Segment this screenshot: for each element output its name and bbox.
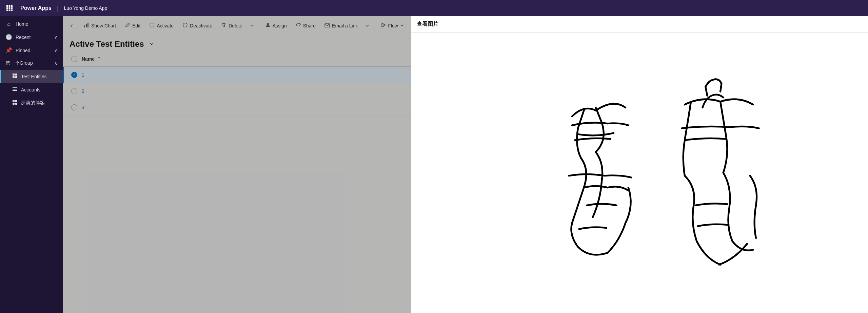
sidebar-item-home[interactable]: ⌂ Home: [0, 18, 63, 30]
pin-icon: 📌: [5, 47, 12, 54]
home-icon: ⌂: [5, 21, 12, 27]
sidebar-home-label: Home: [16, 21, 28, 27]
svg-rect-7: [9, 9, 11, 11]
svg-rect-4: [9, 7, 11, 9]
sidebar-group-first[interactable]: 第一个Group ∧: [0, 57, 63, 70]
name-col-label: Name: [82, 56, 95, 62]
test-entities-icon: [12, 73, 18, 80]
page-title: Active Test Entities: [70, 39, 144, 49]
svg-rect-18: [13, 103, 15, 105]
row-1-check-icon: ✓: [71, 72, 77, 78]
svg-point-23: [183, 23, 187, 27]
table-header: Name: [63, 51, 411, 67]
flow-label: Flow: [388, 23, 398, 28]
more-dropdown-1[interactable]: [247, 20, 257, 32]
edit-button[interactable]: Edit: [121, 20, 144, 32]
svg-rect-17: [15, 100, 17, 102]
row-1-checkbox[interactable]: ✓: [70, 70, 79, 80]
app-header: Power Apps | Luo Yong Demo App: [0, 0, 868, 16]
row-1-name[interactable]: 1: [82, 72, 84, 78]
content-area: Show Chart Edit Activate: [63, 16, 411, 313]
sidebar: ⌂ Home 🕐 Recent ∨ 📌 Pinned ∨ 第一个Group ∧ …: [0, 16, 63, 313]
more-dropdown-2[interactable]: [362, 20, 372, 32]
svg-rect-9: [13, 74, 15, 76]
assign-label: Assign: [273, 23, 287, 28]
row-3-name[interactable]: 3: [82, 105, 84, 110]
sidebar-item-recent[interactable]: 🕐 Recent ∨: [0, 30, 63, 44]
show-chart-icon: [84, 22, 89, 29]
assign-icon: [265, 22, 271, 29]
svg-point-28: [381, 26, 382, 27]
deactivate-button[interactable]: Deactivate: [178, 20, 216, 32]
svg-rect-21: [86, 24, 87, 27]
delete-button[interactable]: Delete: [217, 20, 246, 32]
waffle-icon[interactable]: [4, 3, 15, 14]
email-link-label: Email a Link: [332, 23, 358, 28]
back-button[interactable]: [65, 20, 78, 32]
sidebar-item-accounts[interactable]: Accounts: [0, 83, 63, 96]
right-panel-title: 查看图片: [417, 21, 868, 28]
show-chart-label: Show Chart: [91, 23, 116, 28]
row-3-checkbox[interactable]: [70, 103, 79, 112]
svg-rect-5: [11, 7, 13, 9]
sidebar-item-pinned[interactable]: 📌 Pinned ∨: [0, 44, 63, 57]
row-2-checkbox[interactable]: [70, 86, 79, 96]
svg-rect-11: [13, 76, 15, 78]
share-button[interactable]: Share: [292, 20, 320, 32]
edit-icon: [125, 22, 130, 29]
table-row[interactable]: ✓ 1: [63, 67, 411, 83]
svg-rect-2: [11, 5, 13, 7]
row-2-name[interactable]: 2: [82, 88, 84, 94]
signature-image: [418, 39, 868, 306]
show-chart-button[interactable]: Show Chart: [80, 20, 120, 32]
page-title-area: Active Test Entities: [63, 35, 411, 51]
svg-rect-19: [15, 103, 17, 105]
recent-icon: 🕐: [5, 34, 12, 40]
row-3-circle-icon: [71, 104, 77, 110]
recent-chevron-icon: ∨: [54, 35, 57, 40]
table-row[interactable]: 2: [63, 83, 411, 99]
svg-rect-14: [13, 89, 17, 89]
svg-rect-1: [9, 5, 11, 7]
toolbar-sep-1: [259, 21, 259, 30]
sidebar-test-entities-label: Test Entities: [21, 74, 46, 79]
svg-rect-15: [13, 90, 17, 91]
sidebar-pinned-label: Pinned: [16, 48, 31, 53]
sidebar-blog-label: 罗勇的博客: [21, 100, 45, 106]
svg-rect-16: [13, 100, 15, 102]
svg-rect-22: [87, 23, 88, 27]
blog-icon: [12, 100, 18, 106]
app-name: Power Apps: [20, 5, 52, 11]
svg-rect-6: [6, 9, 8, 11]
svg-rect-0: [6, 5, 8, 7]
page-title-dropdown[interactable]: [147, 39, 156, 49]
activate-button[interactable]: Activate: [145, 20, 178, 32]
right-panel-content: [411, 33, 868, 313]
flow-icon: [380, 22, 386, 29]
name-column-header[interactable]: Name: [82, 56, 101, 62]
name-col-sort-icon: [97, 56, 101, 62]
flow-button[interactable]: Flow: [376, 20, 408, 32]
table-row[interactable]: 3: [63, 99, 411, 116]
delete-label: Delete: [229, 23, 242, 28]
header-checkbox[interactable]: [70, 54, 79, 64]
delete-icon: [221, 22, 226, 29]
toolbar-sep-2: [374, 21, 374, 30]
svg-rect-13: [13, 87, 17, 88]
group-label: 第一个Group: [5, 60, 33, 66]
email-link-button[interactable]: Email a Link: [320, 20, 362, 32]
sidebar-item-blog[interactable]: 罗勇的博客: [0, 96, 63, 109]
right-panel: 查看图片: [411, 16, 868, 313]
pinned-chevron-icon: ∨: [54, 48, 57, 53]
svg-rect-3: [6, 7, 8, 9]
email-icon: [324, 22, 330, 29]
assign-button[interactable]: Assign: [261, 20, 291, 32]
svg-rect-8: [11, 9, 13, 11]
sidebar-item-test-entities[interactable]: Test Entities: [0, 70, 63, 83]
toolbar: Show Chart Edit Activate: [63, 16, 411, 35]
deactivate-label: Deactivate: [190, 23, 212, 28]
demo-name: Luo Yong Demo App: [64, 5, 107, 11]
sidebar-recent-label: Recent: [16, 35, 31, 40]
activate-icon: [149, 22, 155, 29]
group-chevron-icon: ∧: [54, 61, 57, 66]
